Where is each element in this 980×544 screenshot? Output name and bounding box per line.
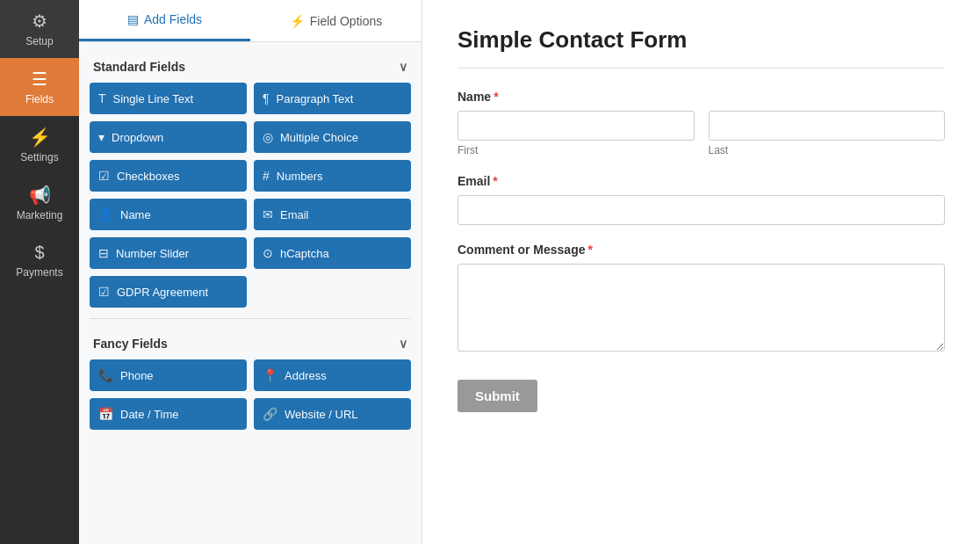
sidebar-item-setup[interactable]: ⚙ Setup <box>0 0 79 58</box>
settings-icon: ⚡ <box>29 127 51 148</box>
name-inputs-row: First Last <box>458 111 945 156</box>
field-btn-numbers[interactable]: # Numbers <box>254 160 411 192</box>
tab-add-fields[interactable]: ▤ Add Fields <box>79 0 250 41</box>
field-btn-address[interactable]: 📍 Address <box>254 359 411 391</box>
paragraph-text-icon: ¶ <box>263 91 270 105</box>
number-slider-icon: ⊟ <box>98 246 109 260</box>
submit-button[interactable]: Submit <box>458 380 537 412</box>
comment-label: Comment or Message* <box>458 243 945 257</box>
checkboxes-icon: ☑ <box>98 169 110 183</box>
tab-bar: ▤ Add Fields ⚡ Field Options <box>79 0 422 42</box>
multiple-choice-icon: ◎ <box>263 130 273 144</box>
sidebar-item-marketing[interactable]: 📢 Marketing <box>0 174 79 232</box>
gear-icon: ⚙ <box>32 11 47 32</box>
field-btn-date-time[interactable]: 📅 Date / Time <box>90 398 247 430</box>
fancy-fields-chevron[interactable]: ∨ <box>399 337 407 351</box>
field-btn-website-url[interactable]: 🔗 Website / URL <box>254 398 411 430</box>
field-btn-name[interactable]: 👤 Name <box>90 199 247 230</box>
standard-fields-header: Standard Fields ∨ <box>90 53 411 83</box>
comment-textarea[interactable] <box>458 264 945 352</box>
dropdown-icon: ▾ <box>98 130 104 144</box>
address-icon: 📍 <box>263 368 277 382</box>
payments-icon: $ <box>34 243 44 263</box>
field-btn-gdpr[interactable]: ☑ GDPR Agreement <box>90 276 247 308</box>
standard-fields-grid: T Single Line Text ¶ Paragraph Text ▾ Dr… <box>90 83 411 308</box>
fancy-fields-header: Fancy Fields ∨ <box>90 330 411 359</box>
form-group-comment: Comment or Message* <box>458 243 945 355</box>
sidebar-item-label: Settings <box>20 151 58 163</box>
numbers-icon: # <box>263 169 270 183</box>
sidebar-item-label: Fields <box>25 93 54 105</box>
marketing-icon: 📢 <box>29 185 51 206</box>
name-last-group: Last <box>709 111 946 156</box>
phone-icon: 📞 <box>98 368 113 382</box>
name-first-group: First <box>458 111 695 156</box>
field-options-icon: ⚡ <box>290 14 305 28</box>
field-btn-number-slider[interactable]: ⊟ Number Slider <box>90 237 247 269</box>
email-icon: ✉ <box>263 207 273 221</box>
fields-icon: ☰ <box>32 69 47 90</box>
fields-content: Standard Fields ∨ T Single Line Text ¶ P… <box>79 42 422 451</box>
field-btn-hcaptcha[interactable]: ⊙ hCaptcha <box>254 237 411 269</box>
email-input[interactable] <box>458 195 945 225</box>
field-btn-multiple-choice[interactable]: ◎ Multiple Choice <box>254 121 411 153</box>
form-group-email: Email* <box>458 174 945 225</box>
email-label: Email* <box>458 174 945 188</box>
name-icon: 👤 <box>98 207 113 221</box>
form-title: Simple Contact Form <box>458 26 945 69</box>
sidebar-item-label: Payments <box>16 266 62 279</box>
fancy-fields-title: Fancy Fields <box>93 337 168 351</box>
sidebar-item-payments[interactable]: $ Payments <box>0 232 79 289</box>
sidebar-item-fields[interactable]: ☰ Fields <box>0 58 79 116</box>
sidebar-item-settings[interactable]: ⚡ Settings <box>0 116 79 174</box>
name-first-input[interactable] <box>458 111 695 141</box>
date-time-icon: 📅 <box>98 407 113 421</box>
name-last-input[interactable] <box>709 111 946 141</box>
form-group-name: Name* First Last <box>458 90 945 156</box>
field-btn-email[interactable]: ✉ Email <box>254 199 411 230</box>
middle-panel: ▤ Add Fields ⚡ Field Options Standard Fi… <box>79 0 422 544</box>
fancy-fields-grid: 📞 Phone 📍 Address 📅 Date / Time 🔗 Websit… <box>90 359 411 430</box>
sidebar-item-label: Marketing <box>17 209 63 221</box>
section-divider <box>90 318 411 319</box>
single-line-text-icon: T <box>98 91 106 105</box>
add-fields-icon: ▤ <box>127 12 139 26</box>
field-btn-checkboxes[interactable]: ☑ Checkboxes <box>90 160 247 192</box>
gdpr-icon: ☑ <box>98 285 110 299</box>
hcaptcha-icon: ⊙ <box>263 246 273 260</box>
field-btn-paragraph-text[interactable]: ¶ Paragraph Text <box>254 83 411 114</box>
name-last-sublabel: Last <box>709 144 946 156</box>
form-panel: Simple Contact Form Name* First Last Ema… <box>422 0 980 544</box>
sidebar-item-label: Setup <box>25 35 53 47</box>
name-label: Name* <box>458 90 945 104</box>
field-btn-dropdown[interactable]: ▾ Dropdown <box>90 121 247 153</box>
standard-fields-title: Standard Fields <box>93 60 185 74</box>
field-btn-single-line-text[interactable]: T Single Line Text <box>90 83 247 114</box>
standard-fields-chevron[interactable]: ∨ <box>399 60 407 74</box>
name-first-sublabel: First <box>458 144 695 156</box>
sidebar-nav: ⚙ Setup ☰ Fields ⚡ Settings 📢 Marketing … <box>0 0 79 544</box>
website-url-icon: 🔗 <box>263 407 277 421</box>
field-btn-phone[interactable]: 📞 Phone <box>90 359 247 391</box>
tab-field-options[interactable]: ⚡ Field Options <box>250 0 422 41</box>
